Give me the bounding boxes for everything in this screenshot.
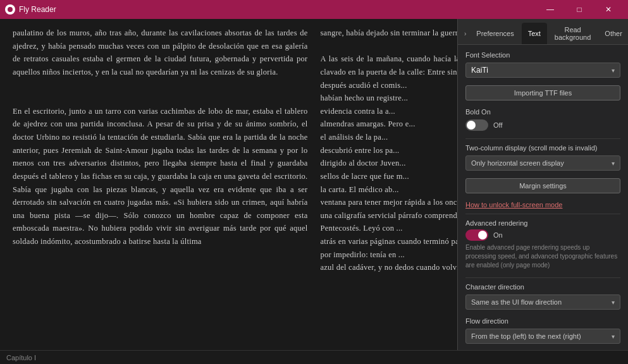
character-direction-option: Same as the UI flow direction: [471, 298, 562, 306]
title-bar: Fly Reader — □ ✕: [0, 0, 628, 19]
tab-preferences[interactable]: Preferences: [470, 23, 520, 44]
font-selector-arrow-icon: ▾: [612, 67, 615, 74]
advanced-rendering-section: Advanced rendering On Enable advanced pa…: [465, 219, 620, 270]
panel-tabs: › Preferences Text Read background Other: [458, 19, 628, 45]
svg-point-0: [8, 7, 13, 12]
flow-direction-title: Flow direction: [465, 317, 620, 325]
bold-toggle[interactable]: [465, 119, 488, 131]
margin-settings-button[interactable]: Margin settings: [465, 178, 620, 193]
advanced-rendering-toggle[interactable]: [465, 229, 488, 241]
character-direction-section: Character direction Same as the UI flow …: [465, 283, 620, 310]
font-selection-section: Font Selection KaiTi ▾: [465, 51, 620, 78]
divider-2: [465, 214, 620, 214]
app-icon: [5, 4, 15, 15]
book-column-left: paulatino de los muros, año tras año, du…: [13, 27, 308, 356]
bold-on-title: Bold On: [465, 108, 620, 116]
divider-3: [465, 277, 620, 278]
tab-text[interactable]: Text: [522, 23, 547, 44]
tab-read-background[interactable]: Read background: [548, 23, 598, 44]
panel-body: Font Selection KaiTi ▾ Importing TTF fil…: [458, 45, 628, 350]
two-column-title: Two-column display (scroll mode is inval…: [465, 144, 620, 152]
font-selection-title: Font Selection: [465, 51, 620, 59]
character-direction-dropdown-arrow-icon: ▾: [612, 299, 615, 306]
divider-1: [465, 138, 620, 139]
bold-toggle-row: Off: [465, 119, 620, 131]
flow-direction-option: From the top (left) to the next (right): [471, 332, 581, 340]
advanced-rendering-toggle-row: On: [465, 229, 620, 241]
two-column-dropdown[interactable]: Only horizontal screen display ▾: [465, 155, 620, 171]
minimize-button[interactable]: —: [536, 0, 565, 19]
bold-toggle-label: Off: [493, 121, 502, 129]
character-direction-dropdown[interactable]: Same as the UI flow direction ▾: [465, 294, 620, 310]
advanced-rendering-toggle-label: On: [493, 231, 503, 239]
close-button[interactable]: ✕: [594, 0, 623, 19]
two-column-option: Only horizontal screen display: [471, 159, 564, 167]
two-column-dropdown-arrow-icon: ▾: [612, 160, 615, 167]
bold-on-section: Bold On Off: [465, 108, 620, 131]
flow-direction-dropdown[interactable]: From the top (left) to the next (right) …: [465, 329, 620, 344]
import-ttf-section: Importing TTF files: [465, 85, 620, 100]
advanced-rendering-toggle-knob: [478, 231, 487, 240]
panel-tab-arrow: ›: [462, 23, 469, 44]
book-text-left: paulatino de los muros, año tras año, du…: [13, 27, 308, 248]
margin-section: Margin settings: [465, 178, 620, 193]
import-ttf-button[interactable]: Importing TTF files: [465, 85, 620, 100]
advanced-rendering-description: Enable advanced page rendering speeds up…: [465, 243, 620, 270]
title-bar-left: Fly Reader: [5, 4, 56, 15]
maximize-button[interactable]: □: [565, 0, 594, 19]
status-text: Capítulo I: [6, 354, 36, 361]
font-name: KaiTi: [471, 66, 488, 75]
full-screen-link[interactable]: How to unlock full-screen mode: [465, 201, 620, 209]
character-direction-title: Character direction: [465, 283, 620, 291]
flow-direction-dropdown-arrow-icon: ▾: [612, 333, 615, 340]
app-title: Fly Reader: [19, 5, 56, 14]
bold-toggle-knob: [467, 121, 476, 130]
status-bar: Capítulo I: [0, 350, 628, 364]
tab-other[interactable]: Other: [598, 23, 628, 44]
two-column-section: Two-column display (scroll mode is inval…: [465, 144, 620, 171]
window-controls: — □ ✕: [536, 0, 623, 19]
flow-direction-section: Flow direction From the top (left) to th…: [465, 317, 620, 344]
font-selector[interactable]: KaiTi ▾: [465, 63, 620, 78]
main-area: paulatino de los muros, año tras año, du…: [0, 19, 628, 364]
advanced-rendering-title: Advanced rendering: [465, 219, 620, 227]
settings-panel: › Preferences Text Read background Other…: [457, 19, 628, 350]
